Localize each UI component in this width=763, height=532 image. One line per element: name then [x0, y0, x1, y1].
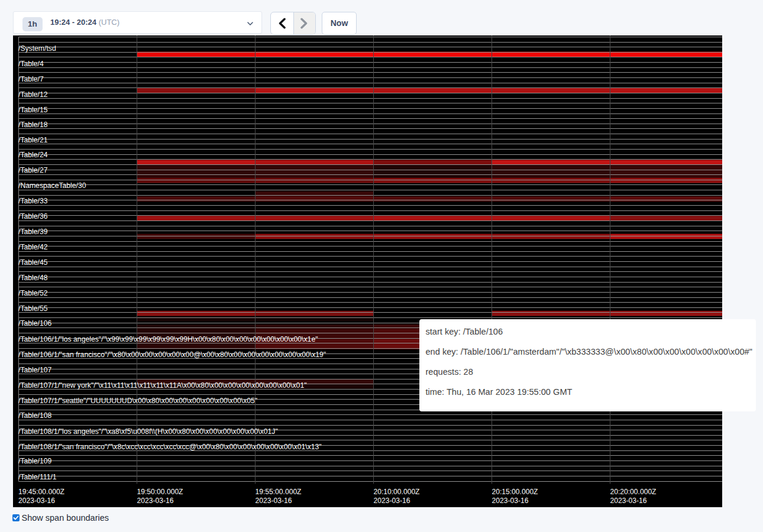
svg-text:2023-03-16: 2023-03-16 — [492, 497, 529, 505]
svg-text:/Table/55: /Table/55 — [18, 304, 48, 313]
svg-text:/Table/18: /Table/18 — [18, 121, 48, 129]
svg-text:2023-03-16: 2023-03-16 — [374, 497, 410, 505]
svg-text:/Table/106/1/"san francisco"/": /Table/106/1/"san francisco"/"\x80\x00\x… — [18, 351, 326, 359]
svg-text:/Table/107/1/"seattle"/"UUUUUU: /Table/107/1/"seattle"/"UUUUUUUD\x00\x80… — [18, 397, 257, 405]
svg-text:20:10:00.000Z: 20:10:00.000Z — [374, 488, 421, 496]
svg-text:/Table/36: /Table/36 — [18, 212, 48, 220]
svg-text:/Table/24: /Table/24 — [18, 151, 48, 159]
svg-text:/Table/45: /Table/45 — [18, 258, 48, 267]
svg-text:20:20:00.000Z: 20:20:00.000Z — [610, 488, 657, 496]
svg-text:/Table/108: /Table/108 — [18, 411, 51, 420]
svg-text:/NamespaceTable/30: /NamespaceTable/30 — [18, 181, 86, 190]
svg-text:/Table/107/1/"new york"/"\x11\: /Table/107/1/"new york"/"\x11\x11\x11\x1… — [18, 381, 307, 390]
svg-text:/Table/7: /Table/7 — [18, 75, 44, 83]
svg-text:19:55:00.000Z: 19:55:00.000Z — [256, 488, 302, 496]
svg-text:/Table/33: /Table/33 — [18, 197, 48, 205]
svg-text:2023-03-16: 2023-03-16 — [137, 497, 174, 505]
svg-text:/Table/48: /Table/48 — [18, 274, 48, 282]
svg-text:20:15:00.000Z: 20:15:00.000Z — [492, 488, 539, 496]
svg-text:/Table/108/1/"san francisco"/": /Table/108/1/"san francisco"/"\x8c\xcc\x… — [18, 443, 322, 451]
svg-text:/Table/106/1/"los angeles"/"\x: /Table/106/1/"los angeles"/"\x99\x99\x99… — [18, 335, 318, 343]
svg-text:/Table/21: /Table/21 — [18, 136, 48, 144]
svg-text:/Table/108/1/"los angeles"/"\x: /Table/108/1/"los angeles"/"\xa8\xf5\u00… — [18, 427, 278, 436]
svg-text:/Table/106: /Table/106 — [18, 319, 51, 327]
svg-text:/Table/15: /Table/15 — [18, 106, 48, 114]
svg-text:2023-03-16: 2023-03-16 — [610, 497, 647, 505]
svg-text:/System/tsd: /System/tsd — [18, 44, 56, 53]
svg-text:2023-03-16: 2023-03-16 — [18, 497, 55, 505]
svg-text:19:50:00.000Z: 19:50:00.000Z — [137, 488, 184, 496]
svg-text:/Table/109: /Table/109 — [18, 457, 51, 465]
svg-text:/Table/107: /Table/107 — [18, 366, 51, 374]
svg-text:19:45:00.000Z: 19:45:00.000Z — [18, 488, 65, 496]
svg-text:/Table/4: /Table/4 — [18, 60, 44, 68]
svg-text:/Table/42: /Table/42 — [18, 243, 48, 251]
svg-text:2023-03-16: 2023-03-16 — [256, 497, 292, 505]
svg-text:/Table/27: /Table/27 — [18, 166, 48, 174]
svg-text:/Table/12: /Table/12 — [18, 90, 48, 99]
svg-text:/Table/111/1: /Table/111/1 — [18, 473, 57, 481]
svg-text:/Table/39: /Table/39 — [18, 228, 48, 236]
svg-text:/Table/52: /Table/52 — [18, 289, 48, 297]
